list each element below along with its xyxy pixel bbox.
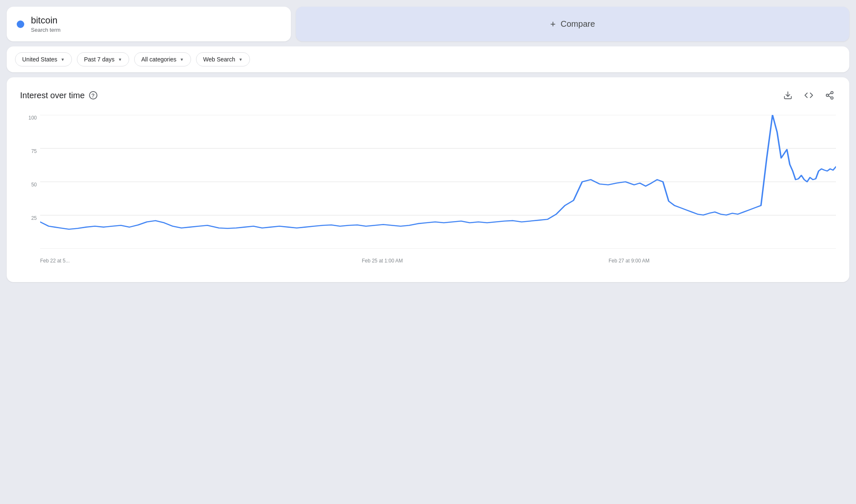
y-label-50: 50: [31, 182, 37, 188]
filter-category-label: All categories: [141, 56, 176, 63]
filter-time-label: Past 7 days: [84, 56, 115, 63]
chart-card: Interest over time ?: [7, 77, 849, 282]
embed-icon: [804, 91, 813, 100]
x-axis-labels: Feb 22 at 5... Feb 25 at 1:00 AM Feb 27 …: [40, 249, 836, 265]
chevron-down-icon: ▼: [180, 57, 184, 62]
search-text-group: bitcoin Search term: [31, 15, 61, 33]
filters-section: United States ▼ Past 7 days ▼ All catego…: [7, 46, 849, 72]
svg-line-5: [828, 93, 831, 95]
compare-label: Compare: [560, 19, 595, 29]
chevron-down-icon: ▼: [118, 57, 122, 62]
chart-title: Interest over time: [20, 91, 85, 100]
filter-time[interactable]: Past 7 days ▼: [77, 52, 129, 66]
search-dot: [17, 20, 24, 28]
y-label-75: 75: [31, 148, 37, 154]
download-button[interactable]: [782, 89, 794, 102]
search-term-subtitle: Search term: [31, 27, 61, 33]
embed-button[interactable]: [802, 89, 815, 102]
compare-card[interactable]: + Compare: [296, 7, 849, 41]
share-icon: [825, 91, 834, 100]
share-button[interactable]: [823, 89, 836, 102]
filter-location-label: United States: [22, 56, 57, 63]
y-axis-labels: 100 75 50 25: [20, 115, 40, 249]
chevron-down-icon: ▼: [61, 57, 65, 62]
svg-line-4: [828, 96, 831, 97]
chart-svg: [40, 115, 836, 249]
search-term-card: bitcoin Search term: [7, 7, 291, 41]
chart-area: 100 75 50 25 Feb 22 at 5... Feb 25 at 1:…: [20, 115, 836, 265]
chart-header: Interest over time ?: [20, 89, 836, 102]
help-icon[interactable]: ?: [89, 91, 97, 99]
download-icon: [783, 91, 792, 100]
y-label-25: 25: [31, 215, 37, 221]
filter-type-label: Web Search: [203, 56, 235, 63]
x-label-feb25: Feb 25 at 1:00 AM: [362, 258, 403, 264]
filter-location[interactable]: United States ▼: [15, 52, 72, 66]
chevron-down-icon: ▼: [239, 57, 243, 62]
search-term-title: bitcoin: [31, 15, 61, 26]
chart-title-group: Interest over time ?: [20, 91, 97, 100]
chart-actions: [782, 89, 836, 102]
filter-type[interactable]: Web Search ▼: [196, 52, 250, 66]
y-label-100: 100: [28, 115, 37, 121]
compare-plus-icon: +: [550, 19, 555, 30]
x-label-feb22: Feb 22 at 5...: [40, 258, 70, 264]
chart-plot: [40, 115, 836, 249]
x-label-feb27: Feb 27 at 9:00 AM: [609, 258, 650, 264]
filter-category[interactable]: All categories ▼: [134, 52, 191, 66]
